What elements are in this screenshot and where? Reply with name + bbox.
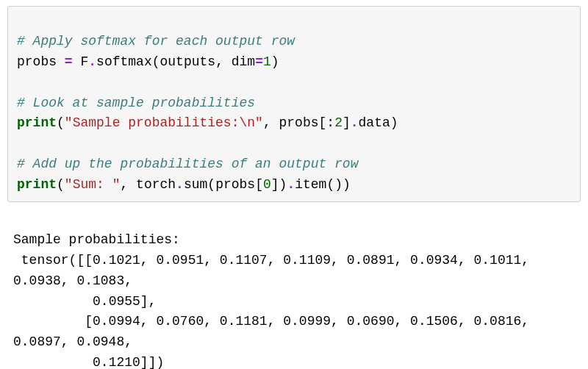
code-token: F bbox=[80, 54, 88, 69]
code-dot: . bbox=[287, 177, 295, 192]
output-line: 0.0955], bbox=[13, 294, 156, 309]
code-dot: . bbox=[176, 177, 184, 192]
code-token: torch bbox=[136, 177, 176, 192]
code-comma: , bbox=[215, 54, 223, 69]
code-comment: # Look at sample probabilities bbox=[17, 96, 255, 110]
code-builtin: print bbox=[17, 115, 57, 130]
output-line: Sample probabilities: bbox=[13, 232, 180, 247]
output-line: tensor([[0.1021, 0.0951, 0.1107, 0.1109,… bbox=[13, 253, 537, 288]
code-paren: ) bbox=[343, 177, 351, 192]
output-line: 0.1210]]) bbox=[13, 355, 164, 369]
code-number: 1 bbox=[263, 54, 271, 69]
code-token: item bbox=[295, 177, 326, 192]
code-token: probs bbox=[279, 115, 319, 130]
code-token: data bbox=[359, 115, 390, 130]
code-output-cell: Sample probabilities: tensor([[0.1021, 0… bbox=[7, 202, 581, 369]
notebook-cell-pair: # Apply softmax for each output row prob… bbox=[0, 0, 588, 369]
code-comment: # Add up the probabilities of an output … bbox=[17, 157, 358, 171]
code-space bbox=[223, 54, 232, 69]
code-paren: ) bbox=[271, 54, 279, 69]
code-token: softmax bbox=[96, 54, 152, 69]
code-space bbox=[57, 54, 65, 69]
code-paren: () bbox=[326, 177, 343, 192]
code-paren: ( bbox=[57, 177, 65, 192]
code-comma: , bbox=[263, 115, 271, 130]
code-operator: = bbox=[255, 54, 263, 69]
code-bracket: ] bbox=[343, 115, 351, 130]
code-token: dim bbox=[232, 54, 255, 69]
code-string: "Sum: " bbox=[65, 177, 121, 192]
code-builtin: print bbox=[17, 177, 57, 192]
code-comma: , bbox=[120, 177, 128, 192]
code-paren: ) bbox=[279, 177, 287, 192]
code-token: probs bbox=[215, 177, 255, 192]
code-paren: ( bbox=[57, 115, 65, 130]
code-bracket: ] bbox=[271, 177, 279, 192]
code-number: 0 bbox=[263, 177, 271, 192]
code-token: sum bbox=[184, 177, 207, 192]
code-comment: # Apply softmax for each output row bbox=[17, 34, 295, 49]
code-paren: ( bbox=[152, 54, 160, 69]
output-line: [0.0994, 0.0760, 0.1181, 0.0999, 0.0690,… bbox=[13, 314, 537, 349]
code-dot: . bbox=[351, 115, 359, 130]
code-input-cell: # Apply softmax for each output row prob… bbox=[7, 6, 581, 202]
code-token: outputs bbox=[160, 54, 216, 69]
code-paren: ) bbox=[390, 115, 398, 130]
code-paren: ( bbox=[207, 177, 215, 192]
code-bracket: [ bbox=[255, 177, 263, 192]
code-number: 2 bbox=[334, 115, 343, 130]
code-space bbox=[73, 54, 81, 69]
code-operator: = bbox=[65, 54, 73, 69]
code-dot: . bbox=[88, 54, 96, 69]
code-space bbox=[128, 177, 136, 192]
code-token: probs bbox=[17, 54, 57, 69]
code-string: "Sample probabilities:\n" bbox=[65, 115, 263, 130]
code-space bbox=[271, 115, 279, 130]
code-bracket: [: bbox=[319, 115, 335, 130]
